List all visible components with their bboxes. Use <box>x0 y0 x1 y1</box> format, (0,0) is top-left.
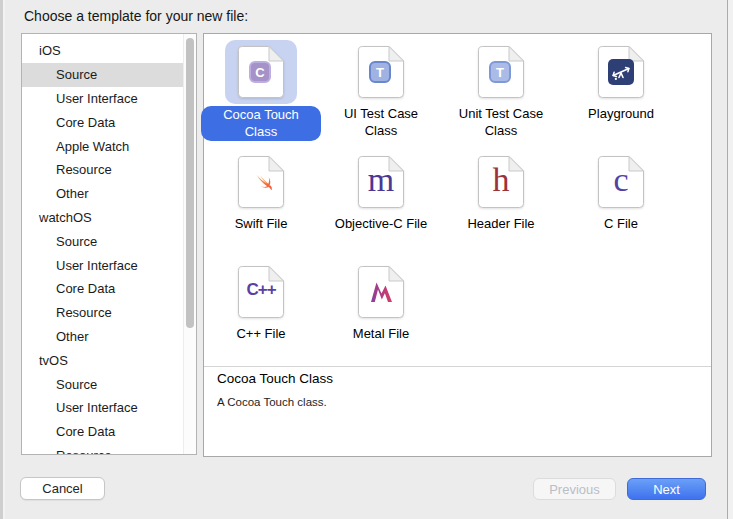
sidebar-item-user-interface-15[interactable]: User Interface <box>22 396 184 420</box>
template-icon-c-file: C++ <box>225 260 297 324</box>
sidebar-label: User Interface <box>22 91 138 106</box>
sidebar-label: Apple Watch <box>22 139 129 154</box>
file-document-icon <box>238 156 284 208</box>
swift-bird-icon <box>248 169 274 195</box>
sidebar-label: Resource <box>22 448 112 455</box>
sidebar-label: Resource <box>22 162 112 177</box>
template-playground[interactable]: Playground <box>561 40 681 150</box>
template-label: Playground <box>588 106 654 123</box>
sidebar-label: Resource <box>22 305 112 320</box>
sidebar-item-source-14[interactable]: Source <box>22 372 184 396</box>
description-text: A Cocoa Touch class. <box>217 396 701 408</box>
template-objective-c-file[interactable]: mObjective-C File <box>321 150 441 260</box>
sidebar-item-resource-5[interactable]: Resource <box>22 158 184 182</box>
template-label: Objective-C File <box>335 216 427 233</box>
letter-badge-icon: T <box>489 61 511 83</box>
file-document-icon: C++ <box>238 266 284 318</box>
cancel-button[interactable]: Cancel <box>20 477 105 500</box>
sidebar-label: Core Data <box>22 281 115 296</box>
playground-icon <box>608 59 634 85</box>
sidebar-label: Other <box>22 186 89 201</box>
template-description: Cocoa Touch Class A Cocoa Touch class. <box>217 371 701 408</box>
sidebar-label: User Interface <box>22 400 138 415</box>
sidebar-label: User Interface <box>22 258 138 273</box>
previous-button[interactable]: Previous <box>533 478 616 500</box>
sidebar-item-core-data-3[interactable]: Core Data <box>22 110 184 134</box>
sidebar-scrollbar-track[interactable] <box>183 34 196 454</box>
template-cocoa-touch-class[interactable]: CCocoa Touch Class <box>201 40 321 150</box>
window-edge-left <box>0 0 5 519</box>
sidebar-scrollbar-thumb[interactable] <box>186 38 194 328</box>
template-icon-metal-file <box>345 260 417 324</box>
template-icon-c-file: c <box>585 150 657 214</box>
sidebar-item-core-data-10[interactable]: Core Data <box>22 277 184 301</box>
template-icon-objective-c-file: m <box>345 150 417 214</box>
template-c-file[interactable]: cC File <box>561 150 681 260</box>
sidebar-item-user-interface-2[interactable]: User Interface <box>22 87 184 111</box>
file-document-icon <box>358 266 404 318</box>
template-label: Header File <box>467 216 534 233</box>
file-document-icon: c <box>598 156 644 208</box>
sidebar-item-resource-11[interactable]: Resource <box>22 301 184 325</box>
template-label: C++ File <box>236 326 285 343</box>
template-label: C File <box>604 216 638 233</box>
template-label: Unit Test Case Class <box>449 106 553 139</box>
file-document-icon: h <box>478 156 524 208</box>
dialog-title: Choose a template for your new file: <box>24 8 248 24</box>
template-icon-swift-file <box>225 150 297 214</box>
sidebar-label: Source <box>22 377 97 392</box>
template-icon-header-file: h <box>465 150 537 214</box>
sidebar-item-source-8[interactable]: Source <box>22 229 184 253</box>
file-document-icon <box>598 46 644 98</box>
template-grid: CCocoa Touch ClassTUI Test Case ClassTUn… <box>201 40 681 370</box>
sidebar-item-core-data-16[interactable]: Core Data <box>22 420 184 444</box>
template-panel: CCocoa Touch ClassTUI Test Case ClassTUn… <box>203 33 712 457</box>
sidebar-label: Source <box>22 67 97 82</box>
template-ui-test-case-class[interactable]: TUI Test Case Class <box>321 40 441 150</box>
category-list-items: iOSSourceUser InterfaceCore DataApple Wa… <box>22 34 184 455</box>
sidebar-item-source-1[interactable]: Source <box>22 63 184 87</box>
window-edge-right <box>727 0 733 519</box>
template-label: UI Test Case Class <box>329 106 433 139</box>
template-swift-file[interactable]: Swift File <box>201 150 321 260</box>
sidebar-item-apple-watch-4[interactable]: Apple Watch <box>22 134 184 158</box>
panel-divider <box>204 366 711 367</box>
file-document-icon: m <box>358 156 404 208</box>
file-document-icon: T <box>358 46 404 98</box>
next-button[interactable]: Next <box>627 478 706 500</box>
template-label: Swift File <box>235 216 288 233</box>
template-unit-test-case-class[interactable]: TUnit Test Case Class <box>441 40 561 150</box>
description-title: Cocoa Touch Class <box>217 371 701 386</box>
metal-m-icon <box>368 279 394 305</box>
letter-glyph-icon: m <box>358 156 404 204</box>
template-label: Metal File <box>353 326 409 343</box>
template-header-file[interactable]: hHeader File <box>441 150 561 260</box>
template-icon-cocoa-touch-class: C <box>225 40 297 104</box>
template-icon-ui-test-case-class: T <box>345 40 417 104</box>
sidebar-item-resource-17[interactable]: Resource <box>22 444 184 455</box>
seesaw-icon <box>609 60 633 84</box>
sidebar-item-user-interface-9[interactable]: User Interface <box>22 253 184 277</box>
template-label: Cocoa Touch Class <box>201 106 321 141</box>
sidebar-label: Source <box>22 234 97 249</box>
letter-glyph-icon: h <box>478 156 524 204</box>
file-document-icon: C <box>238 46 284 98</box>
sidebar-group-watchos-7: watchOS <box>22 206 184 230</box>
letter-badge-icon: T <box>369 61 391 83</box>
sidebar-label: iOS <box>22 43 61 58</box>
template-metal-file[interactable]: Metal File <box>321 260 441 370</box>
category-list: iOSSourceUser InterfaceCore DataApple Wa… <box>21 33 197 455</box>
file-document-icon: T <box>478 46 524 98</box>
sidebar-label: Core Data <box>22 115 115 130</box>
template-icon-unit-test-case-class: T <box>465 40 537 104</box>
letter-glyph-icon: C++ <box>238 266 284 314</box>
sidebar-label: watchOS <box>22 210 92 225</box>
sidebar-group-ios-0: iOS <box>22 39 184 63</box>
sidebar-label: Other <box>22 329 89 344</box>
letter-glyph-icon: c <box>598 156 644 204</box>
sidebar-item-other-6[interactable]: Other <box>22 182 184 206</box>
template-c-file[interactable]: C++C++ File <box>201 260 321 370</box>
sidebar-group-tvos-13: tvOS <box>22 348 184 372</box>
sidebar-label: Core Data <box>22 424 115 439</box>
sidebar-item-other-12[interactable]: Other <box>22 325 184 349</box>
